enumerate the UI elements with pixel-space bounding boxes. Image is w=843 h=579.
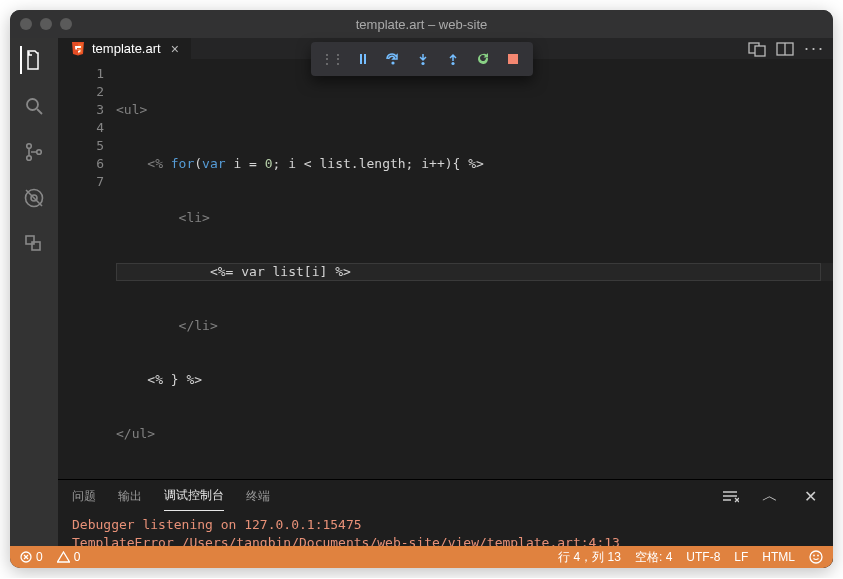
step-out-button[interactable] [439, 46, 467, 72]
feedback-icon[interactable] [809, 550, 823, 564]
line-gutter: 1 2 3 4 5 6 7 [58, 59, 116, 479]
restart-button[interactable] [469, 46, 497, 72]
status-language[interactable]: HTML [762, 550, 795, 564]
status-indent[interactable]: 空格: 4 [635, 549, 672, 566]
line-number: 2 [58, 83, 104, 101]
debug-toolbar[interactable]: ⋮⋮ [311, 42, 533, 76]
svg-point-4 [27, 99, 38, 110]
html5-file-icon [70, 41, 86, 57]
status-errors[interactable]: 0 [20, 550, 43, 564]
line-number: 3 [58, 101, 104, 119]
svg-point-2 [451, 62, 454, 65]
line-number: 7 [58, 173, 104, 191]
tab-template-art[interactable]: template.art × [58, 38, 191, 59]
titlebar: template.art – web-site [10, 10, 833, 38]
line-number: 4 [58, 119, 104, 137]
clear-console-icon[interactable] [721, 487, 739, 505]
step-over-button[interactable] [379, 46, 407, 72]
extensions-icon[interactable] [20, 230, 48, 258]
split-editor-icon[interactable] [776, 40, 794, 58]
debug-icon[interactable] [20, 184, 48, 212]
svg-rect-3 [508, 54, 518, 64]
stop-button[interactable] [499, 46, 527, 72]
tab-close-icon[interactable]: × [171, 41, 179, 57]
tab-output[interactable]: 输出 [118, 482, 142, 511]
search-icon[interactable] [20, 92, 48, 120]
code-editor[interactable]: 1 2 3 4 5 6 7 <ul> <% for(var i = 0; i <… [58, 59, 833, 479]
panel-tabs: 问题 输出 调试控制台 终端 ︿ ✕ [58, 480, 833, 512]
explorer-icon[interactable] [20, 46, 48, 74]
step-into-button[interactable] [409, 46, 437, 72]
svg-point-18 [817, 555, 819, 557]
code-content[interactable]: <ul> <% for(var i = 0; i < list.length; … [116, 59, 833, 479]
line-number: 1 [58, 65, 104, 83]
status-eol[interactable]: LF [734, 550, 748, 564]
svg-point-5 [27, 144, 32, 149]
panel-maximize-icon[interactable]: ︿ [761, 487, 779, 505]
more-actions-icon[interactable]: ··· [804, 38, 825, 59]
main-area: template.art × ··· 1 2 [58, 38, 833, 546]
svg-point-16 [810, 551, 822, 563]
svg-point-1 [421, 62, 424, 65]
svg-rect-13 [755, 46, 765, 56]
status-encoding[interactable]: UTF-8 [686, 550, 720, 564]
svg-point-0 [391, 61, 394, 64]
line-number: 5 [58, 137, 104, 155]
tab-terminal[interactable]: 终端 [246, 482, 270, 511]
status-warnings[interactable]: 0 [57, 550, 81, 564]
source-control-icon[interactable] [20, 138, 48, 166]
status-bar: 0 0 行 4，列 13 空格: 4 UTF-8 LF HTML [10, 546, 833, 568]
drag-handle-icon[interactable]: ⋮⋮ [317, 52, 347, 66]
editor-actions: ··· [748, 38, 833, 59]
status-cursor[interactable]: 行 4，列 13 [558, 549, 621, 566]
pause-button[interactable] [349, 46, 377, 72]
compare-changes-icon[interactable] [748, 40, 766, 58]
svg-point-6 [27, 156, 32, 161]
tab-debug-console[interactable]: 调试控制台 [164, 481, 224, 511]
window-title: template.art – web-site [10, 17, 833, 32]
tab-label: template.art [92, 41, 161, 56]
console-line: Debugger listening on 127.0.0.1:15475 [72, 516, 819, 534]
panel-close-icon[interactable]: ✕ [801, 487, 819, 505]
svg-point-7 [37, 150, 42, 155]
svg-point-17 [813, 555, 815, 557]
tab-problems[interactable]: 问题 [72, 482, 96, 511]
window: template.art – web-site ⋮⋮ [10, 10, 833, 568]
line-number: 6 [58, 155, 104, 173]
activity-bar [10, 38, 58, 546]
